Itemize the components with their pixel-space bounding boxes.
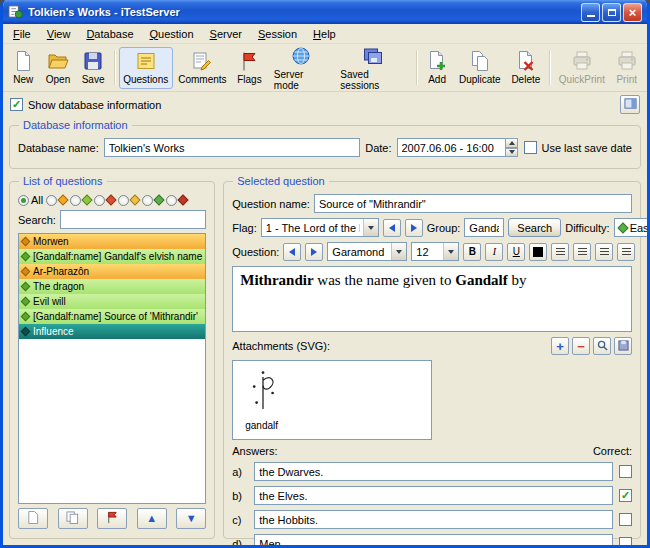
italic-button[interactable]: I [485,243,503,261]
filter-flag-4[interactable] [118,195,139,206]
list-item[interactable]: The dragon [19,279,205,294]
text-color-button[interactable] [529,243,547,261]
question-name-input[interactable] [314,194,632,213]
font-family-select[interactable]: Garamond [327,242,407,261]
minimize-button[interactable] [581,3,600,22]
difficulty-select[interactable]: Easy [614,218,650,237]
menu-database[interactable]: Database [78,26,141,42]
close-button[interactable]: × [623,3,642,22]
flag-prev-button[interactable] [383,219,401,237]
filter-flag-3[interactable] [94,195,115,206]
toolbar-label: Save [82,74,105,85]
filter-all[interactable]: All [18,194,43,206]
list-item-label: Influence [33,326,74,337]
list-item[interactable]: Morwen [19,234,205,249]
date-input[interactable] [397,138,506,157]
flag-color-icon [82,194,93,205]
title-bar[interactable]: Tolkien's Works - iTestServer × [3,0,647,24]
answer-a-input[interactable] [254,462,613,481]
question-listbox[interactable]: Morwen [Gandalf:name] Gandalf's elvish n… [18,233,206,504]
attachment-preview[interactable]: gandalf [232,360,432,440]
answer-c-correct-checkbox[interactable] [619,513,632,526]
collapse-panel-button[interactable] [620,95,640,114]
underline-button[interactable]: U [507,243,525,261]
question-editor[interactable]: Mithrandir was the name given to Gandalf… [232,266,632,332]
align-right-button[interactable] [595,243,613,261]
list-item-selected[interactable]: Influence [19,324,205,339]
answer-d-correct-checkbox[interactable] [619,537,632,548]
next-question-button[interactable] [305,243,323,261]
attachments-label: Attachments (SVG): [232,340,330,352]
answer-d-input[interactable] [254,534,613,548]
align-left-button[interactable] [551,243,569,261]
database-name-input[interactable] [104,138,360,157]
date-field[interactable] [397,138,519,157]
toolbar-button-duplicate[interactable]: Duplicate [454,47,505,89]
filter-flag-6-radio[interactable] [166,195,177,206]
toolbar-button-comments[interactable]: Comments [174,47,231,89]
menu-question[interactable]: Question [142,26,202,42]
answer-c-input[interactable] [254,510,613,529]
filter-flag-3-radio[interactable] [94,195,105,206]
copy-question-button[interactable] [58,508,88,529]
align-justify-button[interactable] [617,243,635,261]
move-down-button[interactable]: ▼ [176,508,206,529]
apply-flag-button[interactable] [97,508,127,529]
export-attachment-button[interactable] [614,337,632,355]
filter-flag-2-radio[interactable] [70,195,81,206]
new-question-button[interactable] [18,508,48,529]
list-item[interactable]: [Gandalf:name] Gandalf's elvish name [19,249,205,264]
answer-b-input[interactable] [254,486,613,505]
maximize-button[interactable] [602,3,621,22]
list-item[interactable]: Evil will [19,294,205,309]
toolbar-button-quickprint[interactable]: QuickPrint [554,47,609,89]
font-size-select[interactable]: 12 [411,242,459,261]
menu-server[interactable]: Server [202,26,250,42]
menu-help[interactable]: Help [305,26,344,42]
filter-all-radio[interactable] [18,195,29,206]
dropdown-button[interactable] [363,219,378,236]
filter-flag-1[interactable] [46,195,67,206]
date-spin-down-button[interactable] [505,148,518,158]
remove-attachment-button[interactable]: − [572,337,590,355]
toolbar-button-save[interactable]: Save [76,47,109,89]
toolbar-button-flags[interactable]: Flags [232,47,267,89]
group-search-button[interactable]: Search [508,218,561,237]
list-item[interactable]: Ar-Pharazôn [19,264,205,279]
filter-flag-1-radio[interactable] [46,195,57,206]
toolbar-button-saved-sessions[interactable]: Saved sessions [334,47,411,89]
dropdown-button[interactable] [391,243,406,260]
bold-button[interactable]: B [463,243,481,261]
menu-view[interactable]: View [39,26,79,42]
view-attachment-button[interactable] [593,337,611,355]
add-attachment-button[interactable]: + [551,337,569,355]
align-center-button[interactable] [573,243,591,261]
search-input[interactable] [60,210,206,229]
filter-flag-2[interactable] [70,195,91,206]
use-last-save-checkbox[interactable] [524,141,537,154]
filter-flag-5-radio[interactable] [142,195,153,206]
list-item[interactable]: [Gandalf:name] Source of 'Mithrandir' [19,309,205,324]
flag-select[interactable]: 1 - The Lord of the Rin [261,218,379,237]
prev-question-button[interactable] [283,243,301,261]
date-spin-up-button[interactable] [505,138,518,148]
group-input[interactable] [464,218,504,237]
toolbar-button-add[interactable]: Add [421,47,454,89]
filter-flag-5[interactable] [142,195,163,206]
toolbar-button-open[interactable]: Open [41,47,76,89]
filter-flag-4-radio[interactable] [118,195,129,206]
filter-flag-6[interactable] [166,195,187,206]
answer-a-correct-checkbox[interactable] [619,465,632,478]
dropdown-button[interactable] [443,243,458,260]
toolbar-button-delete[interactable]: Delete [506,47,545,89]
answer-b-correct-checkbox[interactable] [619,489,632,502]
toolbar-button-new[interactable]: New [7,47,40,89]
toolbar-button-questions[interactable]: Questions [119,47,173,89]
toolbar-button-server-mode[interactable]: Server mode [268,47,334,89]
flag-next-button[interactable] [405,219,423,237]
move-up-button[interactable]: ▲ [137,508,167,529]
menu-file[interactable]: File [5,26,39,42]
toolbar-button-print[interactable]: Print [610,47,643,89]
show-db-info-checkbox[interactable] [10,98,23,111]
menu-session[interactable]: Session [250,26,305,42]
